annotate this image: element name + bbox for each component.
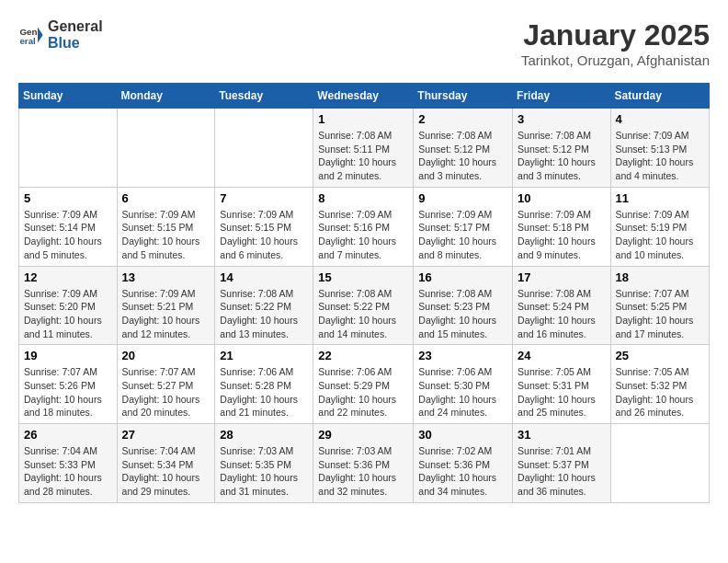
calendar-cell: [610, 424, 709, 503]
day-number: 4: [616, 112, 704, 126]
day-info: Sunrise: 7:07 AMSunset: 5:26 PMDaylight:…: [24, 365, 112, 419]
day-number: 16: [418, 270, 507, 284]
day-number: 2: [418, 112, 507, 126]
svg-text:eral: eral: [19, 35, 36, 45]
day-number: 18: [616, 270, 704, 284]
day-number: 23: [418, 349, 507, 362]
day-info: Sunrise: 7:07 AMSunset: 5:27 PMDaylight:…: [122, 365, 210, 419]
header-monday: Monday: [117, 84, 215, 109]
calendar-cell: 22Sunrise: 7:06 AMSunset: 5:29 PMDayligh…: [313, 345, 414, 424]
day-number: 31: [518, 428, 606, 442]
calendar-table: SundayMondayTuesdayWednesdayThursdayFrid…: [18, 83, 710, 503]
calendar-body: 1Sunrise: 7:08 AMSunset: 5:11 PMDaylight…: [19, 109, 710, 503]
svg-marker-2: [38, 27, 43, 42]
main-title: January 2025: [521, 18, 710, 52]
logo: Gen eral General Blue: [18, 18, 103, 51]
day-number: 20: [122, 349, 210, 362]
day-info: Sunrise: 7:09 AMSunset: 5:13 PMDaylight:…: [616, 129, 704, 183]
calendar-cell: 8Sunrise: 7:09 AMSunset: 5:16 PMDaylight…: [313, 187, 414, 266]
day-number: 19: [24, 349, 112, 362]
logo-icon: Gen eral: [18, 22, 44, 48]
day-info: Sunrise: 7:09 AMSunset: 5:17 PMDaylight:…: [418, 208, 507, 262]
calendar-cell: 16Sunrise: 7:08 AMSunset: 5:23 PMDayligh…: [414, 266, 513, 345]
calendar-cell: 5Sunrise: 7:09 AMSunset: 5:14 PMDaylight…: [19, 187, 118, 266]
day-number: 29: [318, 428, 408, 442]
subtitle: Tarinkot, Oruzgan, Afghanistan: [521, 52, 710, 68]
calendar-header-row: SundayMondayTuesdayWednesdayThursdayFrid…: [19, 84, 710, 109]
day-info: Sunrise: 7:09 AMSunset: 5:14 PMDaylight:…: [24, 208, 112, 262]
day-info: Sunrise: 7:06 AMSunset: 5:28 PMDaylight:…: [220, 365, 308, 419]
day-info: Sunrise: 7:08 AMSunset: 5:11 PMDaylight:…: [318, 129, 408, 183]
calendar-week-5: 26Sunrise: 7:04 AMSunset: 5:33 PMDayligh…: [19, 424, 710, 503]
day-info: Sunrise: 7:09 AMSunset: 5:15 PMDaylight:…: [220, 208, 308, 262]
calendar-cell: 10Sunrise: 7:09 AMSunset: 5:18 PMDayligh…: [513, 187, 611, 266]
day-info: Sunrise: 7:08 AMSunset: 5:22 PMDaylight:…: [220, 287, 308, 341]
day-info: Sunrise: 7:03 AMSunset: 5:35 PMDaylight:…: [220, 444, 308, 499]
day-info: Sunrise: 7:08 AMSunset: 5:23 PMDaylight:…: [418, 287, 507, 341]
day-info: Sunrise: 7:04 AMSunset: 5:34 PMDaylight:…: [122, 444, 210, 499]
day-number: 25: [616, 349, 704, 362]
day-number: 3: [518, 112, 606, 126]
day-number: 5: [24, 191, 112, 205]
day-number: 14: [220, 270, 308, 284]
calendar-cell: [19, 109, 118, 188]
calendar-cell: 30Sunrise: 7:02 AMSunset: 5:36 PMDayligh…: [414, 424, 513, 503]
day-number: 9: [418, 191, 507, 205]
day-number: 28: [220, 428, 308, 442]
header-friday: Friday: [513, 84, 611, 109]
day-number: 13: [122, 270, 210, 284]
day-info: Sunrise: 7:06 AMSunset: 5:29 PMDaylight:…: [318, 365, 408, 419]
day-number: 11: [616, 191, 704, 205]
day-info: Sunrise: 7:08 AMSunset: 5:22 PMDaylight:…: [318, 287, 408, 341]
day-number: 21: [220, 349, 308, 362]
calendar-week-3: 12Sunrise: 7:09 AMSunset: 5:20 PMDayligh…: [19, 266, 710, 345]
day-info: Sunrise: 7:08 AMSunset: 5:12 PMDaylight:…: [418, 129, 507, 183]
day-info: Sunrise: 7:09 AMSunset: 5:15 PMDaylight:…: [122, 208, 210, 262]
day-number: 8: [318, 191, 408, 205]
calendar-cell: 3Sunrise: 7:08 AMSunset: 5:12 PMDaylight…: [513, 109, 611, 188]
calendar-cell: 6Sunrise: 7:09 AMSunset: 5:15 PMDaylight…: [117, 187, 215, 266]
calendar-week-4: 19Sunrise: 7:07 AMSunset: 5:26 PMDayligh…: [19, 345, 710, 424]
header-saturday: Saturday: [610, 84, 709, 109]
calendar-cell: 24Sunrise: 7:05 AMSunset: 5:31 PMDayligh…: [513, 345, 611, 424]
calendar-cell: 12Sunrise: 7:09 AMSunset: 5:20 PMDayligh…: [19, 266, 118, 345]
day-info: Sunrise: 7:04 AMSunset: 5:33 PMDaylight:…: [24, 444, 112, 499]
calendar-cell: 2Sunrise: 7:08 AMSunset: 5:12 PMDaylight…: [414, 109, 513, 188]
calendar-cell: 4Sunrise: 7:09 AMSunset: 5:13 PMDaylight…: [610, 109, 709, 188]
calendar-cell: 29Sunrise: 7:03 AMSunset: 5:36 PMDayligh…: [313, 424, 414, 503]
calendar-cell: [117, 109, 215, 188]
day-info: Sunrise: 7:09 AMSunset: 5:18 PMDaylight:…: [518, 208, 606, 262]
calendar-cell: 11Sunrise: 7:09 AMSunset: 5:19 PMDayligh…: [610, 187, 709, 266]
logo-general: General: [48, 18, 103, 35]
page-header: Gen eral General Blue January 2025 Tarin…: [18, 18, 710, 68]
day-number: 26: [24, 428, 112, 442]
day-info: Sunrise: 7:08 AMSunset: 5:12 PMDaylight:…: [518, 129, 606, 183]
day-info: Sunrise: 7:09 AMSunset: 5:20 PMDaylight:…: [24, 287, 112, 341]
calendar-cell: 25Sunrise: 7:05 AMSunset: 5:32 PMDayligh…: [610, 345, 709, 424]
calendar-cell: 9Sunrise: 7:09 AMSunset: 5:17 PMDaylight…: [414, 187, 513, 266]
calendar-week-2: 5Sunrise: 7:09 AMSunset: 5:14 PMDaylight…: [19, 187, 710, 266]
header-sunday: Sunday: [19, 84, 118, 109]
day-info: Sunrise: 7:09 AMSunset: 5:21 PMDaylight:…: [122, 287, 210, 341]
day-info: Sunrise: 7:09 AMSunset: 5:19 PMDaylight:…: [616, 208, 704, 262]
day-number: 10: [518, 191, 606, 205]
day-number: 1: [318, 112, 408, 126]
day-number: 12: [24, 270, 112, 284]
day-info: Sunrise: 7:03 AMSunset: 5:36 PMDaylight:…: [318, 444, 408, 499]
day-number: 27: [122, 428, 210, 442]
calendar-cell: 18Sunrise: 7:07 AMSunset: 5:25 PMDayligh…: [610, 266, 709, 345]
calendar-cell: 28Sunrise: 7:03 AMSunset: 5:35 PMDayligh…: [215, 424, 313, 503]
calendar-cell: 27Sunrise: 7:04 AMSunset: 5:34 PMDayligh…: [117, 424, 215, 503]
calendar-cell: 21Sunrise: 7:06 AMSunset: 5:28 PMDayligh…: [215, 345, 313, 424]
header-tuesday: Tuesday: [215, 84, 313, 109]
calendar-cell: 15Sunrise: 7:08 AMSunset: 5:22 PMDayligh…: [313, 266, 414, 345]
day-info: Sunrise: 7:02 AMSunset: 5:36 PMDaylight:…: [418, 444, 507, 499]
day-info: Sunrise: 7:05 AMSunset: 5:31 PMDaylight:…: [518, 365, 606, 419]
header-wednesday: Wednesday: [313, 84, 414, 109]
calendar-cell: 17Sunrise: 7:08 AMSunset: 5:24 PMDayligh…: [513, 266, 611, 345]
day-number: 6: [122, 191, 210, 205]
calendar-cell: 14Sunrise: 7:08 AMSunset: 5:22 PMDayligh…: [215, 266, 313, 345]
calendar-cell: [215, 109, 313, 188]
logo-blue: Blue: [48, 35, 103, 52]
calendar-cell: 19Sunrise: 7:07 AMSunset: 5:26 PMDayligh…: [19, 345, 118, 424]
